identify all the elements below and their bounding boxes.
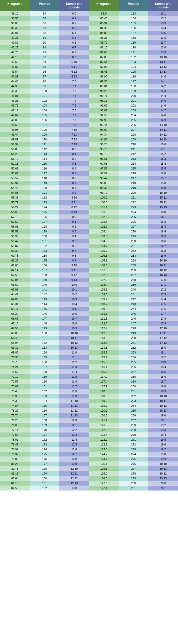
cell-lb: 246	[119, 316, 149, 321]
cell-kg: 41.27	[0, 45, 30, 50]
cell-kg: 106.5	[89, 263, 119, 268]
table-row: 75.7416711 13120.626619 0	[0, 413, 178, 418]
table-row: 50.801128 095.7021115 1	[0, 147, 178, 152]
table-row: 67.1314810 8112.024717 9	[0, 321, 178, 326]
table-row: 66.2214610 6111.124517 7	[0, 311, 178, 316]
table-row: 76.2016812 0121.126719 1	[0, 418, 178, 423]
cell-lb: 176	[30, 457, 60, 462]
cell-kg: 59.87	[0, 244, 30, 248]
cell-st: 18 8	[148, 384, 178, 389]
cell-lb: 159	[30, 374, 60, 379]
cell-lb: 85	[30, 16, 60, 21]
cell-st: 18 5	[148, 370, 178, 374]
cell-lb: 230	[119, 239, 149, 244]
table-row: 70.3015511 1115.225418 2	[0, 355, 178, 360]
table-row: 81.6418012 12126.527919 13	[0, 476, 178, 481]
cell-lb: 133	[30, 248, 60, 253]
cell-st: 6 5	[59, 35, 89, 40]
cell-st: 18 12	[148, 403, 178, 408]
table-row: 73.0216111 7117.926018 8	[0, 384, 178, 389]
cell-st: 10 4	[59, 302, 89, 307]
cell-lb: 257	[119, 370, 149, 374]
cell-kg: 64.41	[0, 292, 30, 297]
cell-lb: 215	[119, 166, 149, 171]
cell-kg: 79.83	[0, 457, 30, 462]
cell-kg: 119.7	[89, 403, 119, 408]
cell-kg: 83.91	[89, 21, 119, 26]
cell-kg: 113.3	[89, 336, 119, 340]
cell-st: 8 6	[59, 176, 89, 181]
cell-kg: 78.01	[0, 437, 30, 442]
cell-kg: 76.65	[0, 423, 30, 428]
cell-st: 11 4	[59, 370, 89, 374]
cell-kg: 90.71	[89, 94, 119, 98]
cell-st: 11 10	[59, 399, 89, 403]
cell-kg: 83.0	[89, 11, 119, 16]
cell-st: 8 10	[59, 195, 89, 200]
cell-lb: 108	[30, 127, 60, 132]
cell-st: 19 11	[148, 466, 178, 471]
cell-lb: 96	[30, 69, 60, 74]
cell-st: 9 9	[59, 258, 89, 263]
cell-kg: 62.14	[0, 268, 30, 273]
table-row: 80.2817712 9125.127619 10	[0, 462, 178, 466]
cell-kg: 98.88	[89, 181, 119, 186]
table-row: 77.5617112 3122.427019 4	[0, 432, 178, 437]
cell-lb: 248	[119, 326, 149, 331]
cell-st: 17 6	[148, 307, 178, 311]
cell-lb: 137	[30, 268, 60, 273]
cell-kg: 42.18	[0, 55, 30, 60]
cell-lb: 210	[119, 142, 149, 147]
cell-st: 10 1	[59, 287, 89, 292]
cell-kg: 56.24	[0, 205, 30, 210]
cell-lb: 242	[119, 297, 149, 302]
cell-st: 11 11	[59, 403, 89, 408]
cell-kg: 124.2	[89, 452, 119, 457]
table-row: 73.4816211 8118.326118 9	[0, 389, 178, 394]
cell-st: 6 4	[59, 31, 89, 35]
cell-kg: 92.98	[89, 118, 119, 123]
cell-kg: 49.44	[0, 132, 30, 137]
cell-st: 9 5	[59, 239, 89, 244]
cell-st: 13 10	[148, 55, 178, 60]
cell-lb: 97	[30, 74, 60, 79]
cell-lb: 186	[119, 26, 149, 31]
cell-lb: 271	[119, 437, 149, 442]
cell-kg: 61.68	[0, 263, 30, 268]
cell-lb: 251	[119, 340, 149, 345]
cell-lb: 146	[30, 311, 60, 316]
cell-kg: 120.2	[89, 408, 119, 413]
cell-kg: 40.36	[0, 35, 30, 40]
table-row: 54.431208 899.3321915 9	[0, 186, 178, 190]
table-row: 68.9415210 12113.825117 13	[0, 340, 178, 345]
cell-lb: 123	[30, 200, 60, 205]
cell-lb: 259	[119, 379, 149, 384]
cell-st: 14 4	[148, 94, 178, 98]
cell-lb: 232	[119, 248, 149, 253]
cell-lb: 191	[119, 50, 149, 55]
table-row: 63.9514110 1108.824017 2	[0, 287, 178, 292]
cell-lb: 256	[119, 365, 149, 370]
cell-kg: 96.61	[89, 156, 119, 161]
cell-lb: 200	[119, 94, 149, 98]
cell-st: 8 1	[59, 152, 89, 156]
cell-st: 19 13	[148, 476, 178, 481]
cell-st: 9 13	[59, 278, 89, 282]
cell-st: 12 7	[59, 452, 89, 457]
cell-kg: 84.82	[89, 31, 119, 35]
cell-st: 16 7	[148, 244, 178, 248]
cell-lb: 136	[30, 263, 60, 268]
cell-st: 13 0	[59, 486, 89, 491]
cell-lb: 150	[30, 331, 60, 336]
cell-kg: 102.9	[89, 224, 119, 229]
cell-kg: 55.79	[0, 200, 30, 205]
table-row: 71.2115711 3116.125618 4	[0, 365, 178, 370]
cell-lb: 225	[119, 215, 149, 219]
cell-kg: 120.6	[89, 413, 119, 418]
cell-st: 11 2	[59, 360, 89, 365]
cell-st: 14 3	[148, 89, 178, 94]
cell-lb: 217	[119, 176, 149, 181]
header-kilograms-1: Kilograms	[0, 0, 30, 11]
cell-lb: 90	[30, 40, 60, 45]
cell-kg: 75.74	[0, 413, 30, 418]
